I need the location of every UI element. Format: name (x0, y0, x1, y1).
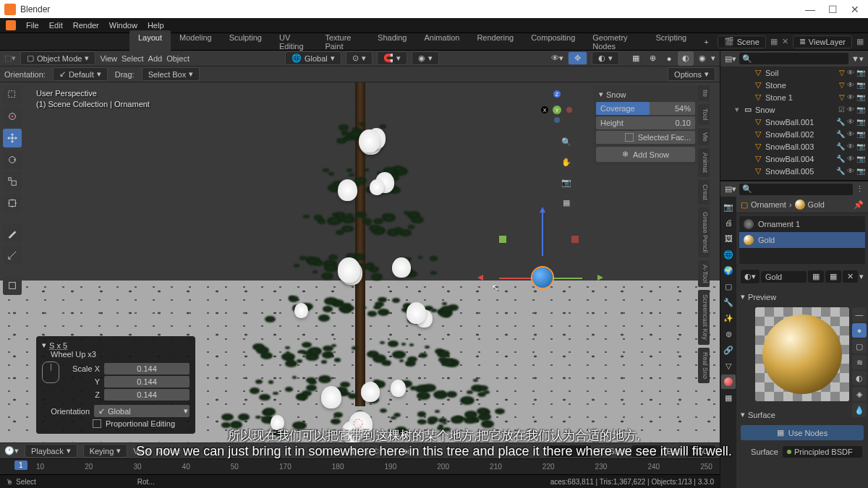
scale-y-field[interactable]: 0.144 (104, 376, 190, 388)
scale-x-field[interactable]: 0.144 (104, 363, 190, 374)
new-material-icon[interactable]: ▦ (825, 270, 841, 283)
menu-window[interactable]: Window (109, 21, 137, 30)
material-tab-icon[interactable] (721, 374, 736, 389)
measure-tool[interactable] (3, 246, 22, 265)
scene-field[interactable]: 🎬 Scene (718, 35, 766, 48)
transform-tool[interactable] (3, 194, 22, 213)
shading-solid[interactable]: ● (661, 51, 677, 66)
workspace-tab-animation[interactable]: Animation (415, 30, 468, 53)
selected-faces-toggle[interactable]: Selected Fac... (596, 131, 695, 144)
use-nodes-button[interactable]: ▦ Use Nodes (741, 425, 864, 440)
npanel-tab[interactable]: Grease Pencil (698, 207, 710, 257)
menu-help[interactable]: Help (148, 21, 164, 30)
menu-edit[interactable]: Edit (49, 21, 63, 30)
timeline-frames[interactable]: 1 1020304050170180190200210220230240250 (0, 458, 720, 474)
editor-type-icon[interactable]: ⬚▾ (4, 53, 16, 63)
npanel-tab[interactable]: Real Sno (698, 348, 710, 383)
autokey-icon[interactable]: ● (318, 445, 329, 457)
mode-dropdown[interactable]: ▢ Object Mode ▾ (20, 51, 95, 65)
menu-view[interactable]: View (100, 54, 117, 63)
perspective-toggle-icon[interactable]: ▦ (558, 194, 575, 211)
viewlayer-browse-icon[interactable]: ▦ (856, 37, 864, 46)
data-tab-icon[interactable]: ▽ (721, 359, 736, 373)
workspace-tab-geometry-nodes[interactable]: Geometry Nodes (584, 30, 647, 53)
orientation-field[interactable]: ↙Global▾ (94, 405, 190, 417)
material-users-icon[interactable]: ▦ (808, 270, 824, 283)
scene-close-icon[interactable]: ✕ (782, 37, 788, 46)
3d-viewport[interactable]: User Perspective (1) Scene Collection | … (0, 82, 720, 442)
outliner-item[interactable]: ▽SnowBall.005🔧👁📷 (720, 165, 868, 177)
preview-hair-icon[interactable]: ≋ (852, 355, 867, 369)
blender-logo[interactable] (6, 20, 16, 30)
preview-flat-icon[interactable]: — (852, 307, 867, 322)
output-tab-icon[interactable]: 🖨 (721, 215, 736, 230)
outliner-item[interactable]: ▽SnowBall.002🔧👁📷 (720, 128, 868, 140)
workspace-tab-shading[interactable]: Shading (369, 30, 415, 53)
material-slot-1[interactable]: Gold (739, 232, 865, 248)
particle-tab-icon[interactable]: ✨ (721, 311, 736, 325)
outliner-item[interactable]: ▽Stone▽👁📷 (720, 79, 868, 91)
pin-icon[interactable]: 📌 (854, 200, 864, 210)
keying-dropdown[interactable]: Keying▾ (83, 444, 128, 458)
viewlayer-field[interactable]: ≣ ViewLayer (793, 35, 852, 48)
play-icon[interactable]: ▷ (373, 445, 384, 457)
material-slot-0[interactable]: Ornament 1 (739, 216, 865, 232)
preview-cube-icon[interactable]: ▢ (852, 339, 867, 354)
surface-shader-field[interactable]: Principled BSDF (783, 446, 862, 458)
workspace-tab-modeling[interactable]: Modeling (171, 30, 221, 53)
end-frame-field[interactable]: 250 (686, 445, 715, 457)
cursor-tool[interactable] (3, 107, 22, 126)
zoom-icon[interactable]: 🔍 (558, 133, 575, 150)
jump-to-icon[interactable]: ⊙ (597, 446, 603, 455)
outliner-type-icon[interactable]: ▤▾ (725, 54, 736, 64)
pivot-dropdown[interactable]: ⊙▾ (346, 51, 373, 65)
annotate-tool[interactable] (3, 224, 22, 243)
npanel-tab[interactable]: Animat (698, 148, 710, 177)
shading-rendered[interactable]: ◉ (694, 51, 710, 66)
camera-view-icon[interactable]: 📷 (558, 174, 575, 191)
jump-start-icon[interactable]: ⏮ (331, 445, 343, 457)
outliner-item[interactable]: ▽SnowBall.004🔧👁📷 (720, 153, 868, 165)
select-box-tool[interactable] (3, 85, 22, 104)
npanel-tab[interactable]: Ite (698, 85, 710, 101)
filter-icon[interactable]: ▼▾ (851, 54, 864, 64)
move-gizmo[interactable] (521, 256, 564, 299)
scene-browse-icon[interactable]: ▦ (770, 37, 778, 46)
scale-tool[interactable] (3, 172, 22, 191)
add-workspace-button[interactable]: + (695, 35, 717, 49)
npanel-tab[interactable]: A-Tool (698, 260, 710, 288)
transform-orientation-dropdown[interactable]: 🌐 Global ▾ (285, 51, 341, 65)
proportional-dropdown[interactable]: ◉▾ (412, 51, 439, 65)
material-browse-icon[interactable]: ◐▾ (741, 270, 760, 283)
workspace-tab-sculpting[interactable]: Sculpting (221, 30, 271, 53)
keyframe-next-icon[interactable]: |▷ (386, 445, 398, 457)
preview-fluid-icon[interactable]: 💧 (852, 403, 867, 417)
menu-render[interactable]: Render (73, 21, 99, 30)
unlink-material-icon[interactable]: ✕ (843, 270, 858, 283)
jump-end-icon[interactable]: ⏭ (400, 445, 412, 457)
npanel-tab[interactable]: Tool (698, 104, 710, 125)
start-frame-field[interactable]: 1 (631, 445, 660, 457)
add-cube-tool[interactable] (3, 276, 22, 295)
visibility-icon[interactable]: 👁▾ (551, 53, 563, 63)
drag-dropdown[interactable]: Select Box ▾ (142, 67, 200, 81)
workspace-tab-layout[interactable]: Layout (129, 30, 171, 53)
pan-icon[interactable]: ✋ (558, 153, 575, 171)
play-reverse-icon[interactable]: ◁ (359, 445, 370, 457)
npanel-tab[interactable]: Creat (698, 180, 710, 205)
timeline-editor-icon[interactable]: 🕐▾ (4, 446, 19, 455)
redo-panel[interactable]: ▾S x 5 Wheel Up x3 Scale X0.144 Y0.144 Z… (36, 336, 195, 434)
scene-tab-icon[interactable]: 🌐 (721, 247, 736, 262)
keyframe-prev-icon[interactable]: ◁| (345, 445, 357, 457)
workspace-tab-uv-editing[interactable]: UV Editing (271, 30, 316, 53)
world-tab-icon[interactable]: 🌍 (721, 263, 736, 278)
outliner-item[interactable]: ▽Soil▽👁📷 (720, 67, 868, 79)
coverage-slider[interactable]: Coverage54% (596, 102, 695, 115)
material-name-field[interactable]: Gold (761, 271, 807, 283)
workspace-tab-scripting[interactable]: Scripting (647, 30, 695, 53)
rotate-tool[interactable] (3, 150, 22, 169)
npanel-tab[interactable]: Vie (698, 128, 710, 146)
chevron-down-icon[interactable]: ▾ (599, 90, 603, 99)
add-snow-button[interactable]: ❄ Add Snow (596, 147, 695, 162)
xray-toggle[interactable]: ▦ (628, 51, 644, 66)
